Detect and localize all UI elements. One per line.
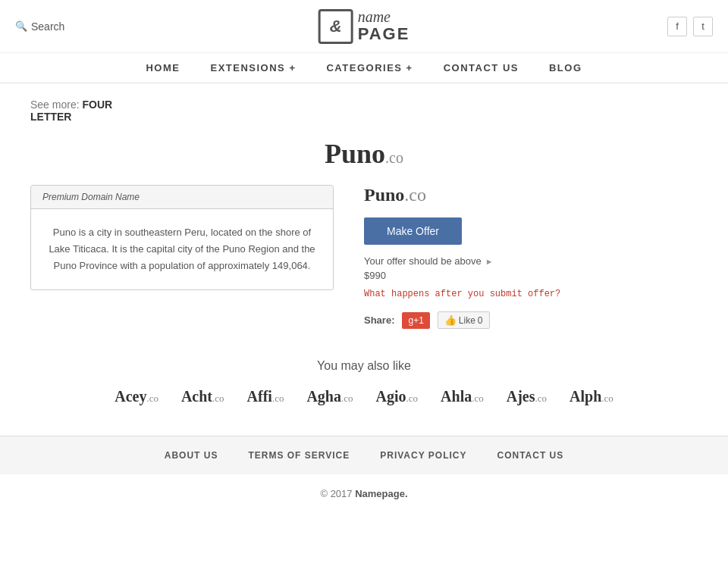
similar-name-2: Affi — [247, 388, 272, 405]
search-area[interactable]: 🔍 Search — [15, 20, 64, 33]
fb-like-button[interactable]: 👍 Like 0 — [438, 311, 490, 329]
similar-domain-7[interactable]: Alph.co — [570, 388, 613, 405]
what-happens-link[interactable]: What happens after you submit offer? — [364, 289, 698, 299]
similar-domain-1[interactable]: Acht.co — [181, 388, 224, 405]
similar-tld-0: .co — [146, 393, 158, 404]
arrow-icon: ► — [485, 257, 494, 266]
brand-link[interactable]: Namepage. — [355, 488, 407, 499]
footer-links: ABOUT US TERMS OF SERVICE PRIVACY POLICY… — [0, 436, 728, 474]
nav-extensions[interactable]: EXTENSIONS + — [210, 62, 296, 74]
nav-contact[interactable]: CONTACT US — [444, 62, 519, 74]
similar-name-0: Acey — [115, 388, 146, 405]
domain-heading-name: Puno — [364, 185, 404, 205]
gplus-button[interactable]: g+1 — [402, 312, 429, 329]
fb-like-label: Like — [459, 315, 475, 326]
search-icon: 🔍 — [15, 20, 27, 32]
logo-text: name PAGE — [358, 8, 410, 43]
domain-heading-tld: .co — [404, 185, 426, 205]
similar-name-4: Agio — [376, 388, 406, 405]
similar-tld-4: .co — [406, 393, 419, 404]
similar-domain-5[interactable]: Ahla.co — [441, 388, 484, 405]
similar-tld-3: .co — [341, 393, 353, 404]
fb-thumb-icon: 👍 — [444, 314, 457, 326]
domain-name-part: Puno — [325, 139, 385, 169]
share-row: Share: g+1 👍 Like 0 — [364, 311, 698, 329]
see-more-prefix: See more: — [30, 99, 80, 111]
twitter-icon: t — [701, 20, 704, 32]
fb-count: 0 — [478, 315, 483, 326]
footer-contact[interactable]: CONTACT US — [497, 450, 563, 461]
header: 🔍 Search & name PAGE f t — [0, 0, 728, 53]
similar-name-6: Ajes — [507, 388, 535, 405]
also-like-title: You may also like — [30, 359, 698, 373]
similar-tld-5: .co — [472, 393, 484, 404]
similar-domain-2[interactable]: Affi.co — [247, 388, 284, 405]
main-content: See more: FOUR LETTER Puno.co Premium Do… — [0, 83, 728, 436]
twitter-button[interactable]: t — [693, 17, 713, 36]
facebook-button[interactable]: f — [667, 17, 687, 36]
left-column: Premium Domain Name Puno is a city in so… — [30, 185, 334, 290]
social-links: f t — [667, 17, 713, 36]
also-like-section: You may also like Acey.co Acht.co Affi.c… — [30, 359, 698, 405]
domain-title-area: Puno.co — [30, 138, 698, 170]
footer-copyright: © 2017 Namepage. — [0, 474, 728, 513]
similar-domain-0[interactable]: Acey.co — [115, 388, 158, 405]
see-more-line2: LETTER — [30, 111, 71, 123]
gplus-label: g+1 — [408, 315, 423, 326]
logo-name: name — [358, 8, 410, 25]
logo-icon: & — [318, 9, 353, 44]
see-more-line1: FOUR — [82, 99, 112, 111]
premium-box: Premium Domain Name Puno is a city in so… — [30, 185, 334, 290]
main-nav: HOME EXTENSIONS + CATEGORIES + CONTACT U… — [0, 53, 728, 83]
premium-description: Puno is a city in southeastern Peru, loc… — [31, 209, 333, 289]
right-column: Puno.co Make Offer Your offer should be … — [364, 185, 698, 329]
nav-blog[interactable]: BLOG — [549, 62, 582, 74]
logo[interactable]: & name PAGE — [318, 8, 410, 43]
domain-tld-part: .co — [385, 149, 403, 166]
footer-terms[interactable]: TERMS OF SERVICE — [248, 450, 350, 461]
search-label[interactable]: Search — [31, 20, 64, 33]
footer-privacy[interactable]: PRIVACY POLICY — [380, 450, 466, 461]
similar-name-7: Alph — [570, 388, 601, 405]
footer-about[interactable]: ABOUT US — [165, 450, 218, 461]
nav-home[interactable]: HOME — [146, 62, 180, 74]
content-row: Premium Domain Name Puno is a city in so… — [30, 185, 698, 329]
domain-big-title: Puno.co — [325, 139, 403, 169]
similar-domain-6[interactable]: Ajes.co — [507, 388, 547, 405]
logo-page: PAGE — [358, 25, 410, 43]
copyright-year: © 2017 — [320, 488, 352, 499]
domains-row: Acey.co Acht.co Affi.co Agha.co Agio.co … — [30, 388, 698, 405]
nav-categories[interactable]: CATEGORIES + — [326, 62, 413, 74]
similar-name-5: Ahla — [441, 388, 472, 405]
footer-nav: ABOUT US TERMS OF SERVICE PRIVACY POLICY… — [0, 450, 728, 461]
similar-tld-7: .co — [601, 393, 613, 404]
offer-hint-row: Your offer should be above ► — [364, 255, 698, 267]
see-more-section: See more: FOUR LETTER — [30, 99, 698, 123]
share-label: Share: — [364, 314, 394, 326]
similar-name-3: Agha — [306, 388, 341, 405]
similar-name-1: Acht — [181, 388, 212, 405]
make-offer-button[interactable]: Make Offer — [364, 217, 462, 245]
similar-domain-3[interactable]: Agha.co — [306, 388, 353, 405]
premium-header: Premium Domain Name — [31, 186, 333, 209]
similar-domain-4[interactable]: Agio.co — [376, 388, 419, 405]
facebook-icon: f — [676, 20, 679, 32]
similar-tld-1: .co — [212, 393, 224, 404]
similar-tld-2: .co — [272, 393, 284, 404]
offer-amount: $990 — [364, 270, 698, 281]
domain-heading: Puno.co — [364, 185, 698, 205]
logo-icon-char: & — [330, 17, 342, 36]
offer-hint-text: Your offer should be above — [364, 255, 482, 267]
similar-tld-6: .co — [535, 393, 547, 404]
